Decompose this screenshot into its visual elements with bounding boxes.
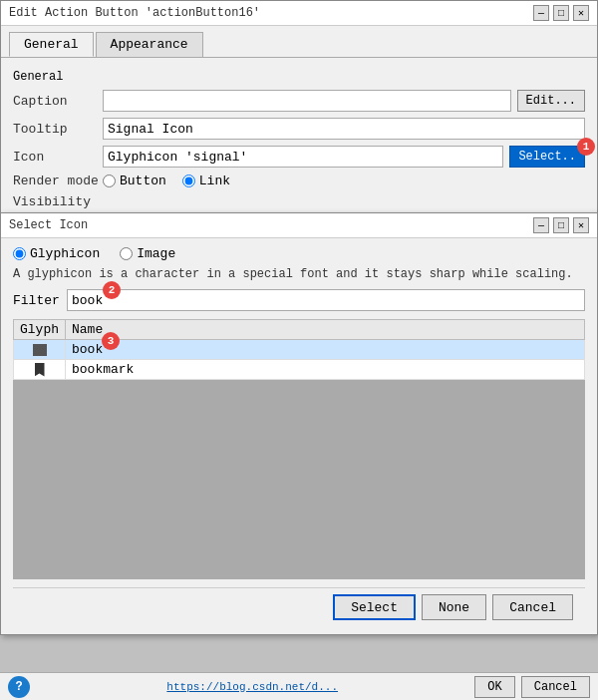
caption-label: Caption (13, 94, 103, 109)
visibility-row: Visibility (13, 194, 585, 209)
cancel-bottom-button[interactable]: Cancel (521, 676, 590, 698)
general-section-label: General (13, 70, 585, 84)
render-button-label: Button (120, 174, 166, 188)
icon-table: Glyph Name book 3 (13, 319, 585, 380)
glyphicon-description: A glyphicon is a character in a special … (13, 267, 585, 281)
render-mode-row: Render mode Button Link (13, 174, 585, 188)
bookmark-glyph-icon (35, 363, 45, 377)
tab-general[interactable]: General (9, 32, 94, 57)
filter-row: Filter 2 (13, 289, 585, 311)
image-radio[interactable] (120, 247, 133, 260)
visibility-label: Visibility (13, 194, 103, 209)
titlebar-buttons: — □ ✕ (533, 5, 589, 21)
icon-input[interactable] (103, 146, 503, 168)
select-icon-button[interactable]: Select.. (509, 146, 585, 168)
render-link-radio[interactable] (182, 175, 195, 187)
glyph-header: Glyph (14, 320, 66, 340)
name-header: Name (66, 320, 585, 340)
table-header-row: Glyph Name (14, 320, 585, 340)
select-btn-wrapper: Select.. 1 (509, 146, 585, 168)
book-glyph-icon (33, 344, 47, 356)
render-link-option[interactable]: Link (182, 174, 230, 188)
dialog-tabs: General Appearance (1, 26, 597, 58)
book-name-cell[interactable]: book 3 (66, 340, 585, 360)
select-close-button[interactable]: ✕ (573, 217, 589, 233)
book-label: book (72, 342, 103, 357)
glyphicon-label: Glyphicon (30, 246, 100, 261)
select-icon-titlebar: Select Icon — □ ✕ (1, 213, 597, 238)
cancel-button[interactable]: Cancel (492, 594, 573, 620)
image-option[interactable]: Image (120, 246, 175, 261)
render-button-radio[interactable] (103, 175, 116, 187)
bookmark-glyph-cell (14, 360, 66, 380)
select-icon-footer: Select None Cancel (13, 587, 585, 626)
ok-button[interactable]: OK (474, 676, 514, 698)
tab-appearance[interactable]: Appearance (96, 32, 203, 57)
bookmark-label: bookmark (72, 362, 134, 377)
icon-row: Icon Select.. 1 (13, 146, 585, 168)
render-button-option[interactable]: Button (103, 174, 166, 188)
tooltip-row: Tooltip (13, 118, 585, 140)
select-icon-dialog: Select Icon — □ ✕ Glyphicon Image A glyp… (0, 212, 598, 635)
filter-label: Filter (13, 293, 59, 308)
render-mode-options: Button Link (103, 174, 230, 188)
select-icon-titlebar-buttons: — □ ✕ (533, 217, 589, 233)
caption-input[interactable] (103, 90, 511, 112)
icon-type-row: Glyphicon Image (13, 246, 585, 261)
select-icon-content: Glyphicon Image A glyphicon is a charact… (1, 238, 597, 634)
table-row[interactable]: book 3 (14, 340, 585, 360)
filter-input[interactable] (67, 289, 585, 311)
icon-preview-area (13, 380, 585, 579)
tooltip-input[interactable] (103, 118, 585, 140)
table-row[interactable]: bookmark (14, 360, 585, 380)
glyphicon-radio[interactable] (13, 247, 26, 260)
help-button[interactable]: ? (8, 676, 30, 698)
top-dialog-content: General Caption Edit... Tooltip Icon Sel… (1, 58, 597, 227)
edit-action-button-dialog: Edit Action Button 'actionButton16' — □ … (0, 0, 598, 228)
top-dialog-title: Edit Action Button 'actionButton16' (9, 6, 260, 20)
select-minimize-button[interactable]: — (533, 217, 549, 233)
status-ok-cancel: OK Cancel (474, 676, 590, 698)
glyphicon-option[interactable]: Glyphicon (13, 246, 100, 261)
select-maximize-button[interactable]: □ (553, 217, 569, 233)
image-label: Image (137, 246, 175, 261)
status-url[interactable]: https://blog.csdn.net/d... (166, 681, 338, 693)
caption-row: Caption Edit... (13, 90, 585, 112)
book-glyph-cell (14, 340, 66, 360)
maximize-button[interactable]: □ (553, 5, 569, 21)
top-dialog-titlebar: Edit Action Button 'actionButton16' — □ … (1, 1, 597, 26)
status-bar: ? https://blog.csdn.net/d... OK Cancel (0, 672, 598, 700)
edit-button[interactable]: Edit... (517, 90, 585, 112)
badge-3: 3 (102, 332, 120, 350)
tooltip-label: Tooltip (13, 122, 103, 137)
icon-table-wrapper: Glyph Name book 3 (13, 319, 585, 380)
close-button[interactable]: ✕ (573, 5, 589, 21)
select-button[interactable]: Select (333, 594, 416, 620)
badge-1: 1 (577, 138, 595, 156)
none-button[interactable]: None (422, 594, 486, 620)
bookmark-name-cell[interactable]: bookmark (66, 360, 585, 380)
render-link-label: Link (199, 174, 230, 188)
select-icon-title: Select Icon (9, 218, 88, 232)
minimize-button[interactable]: — (533, 5, 549, 21)
render-mode-label: Render mode (13, 174, 103, 188)
icon-label: Icon (13, 150, 103, 165)
badge-2: 2 (103, 281, 121, 299)
